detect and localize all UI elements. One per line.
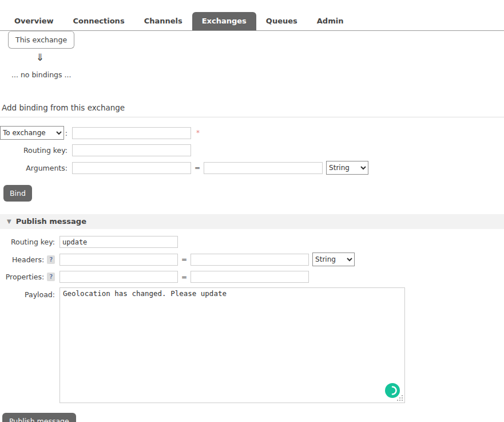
publish-header-type-select[interactable]: String <box>312 253 355 266</box>
binding-argument-value-input[interactable] <box>204 162 323 174</box>
collapse-triangle-icon[interactable]: ▼ <box>7 218 11 224</box>
publish-section-title: Publish message <box>16 217 86 226</box>
properties-help-icon[interactable]: ? <box>47 273 55 281</box>
tab-admin[interactable]: Admin <box>307 12 354 30</box>
publish-header-value-input[interactable] <box>191 254 309 266</box>
main-tab-bar: Overview Connections Channels Exchanges … <box>0 0 504 31</box>
binding-destination-type-select[interactable]: To exchange <box>0 126 64 140</box>
binding-argument-key-input[interactable] <box>72 162 191 174</box>
publish-property-key-input[interactable] <box>59 271 178 283</box>
publish-properties-label-cell: Properties: ? <box>0 273 59 281</box>
binding-routing-key-label: Routing key: <box>0 146 72 155</box>
publish-payload-row: Payload: Geolocation has changed. Please… <box>0 287 504 403</box>
binding-routing-key-row: Routing key: <box>0 144 504 156</box>
grammarly-icon[interactable] <box>385 383 400 398</box>
publish-properties-row: Properties: ? = <box>0 271 504 283</box>
binding-destination-input[interactable] <box>72 127 191 139</box>
grammarly-arc-icon <box>385 383 400 398</box>
payload-textarea-wrapper: Geolocation has changed. Please update <box>59 287 405 403</box>
tab-channels[interactable]: Channels <box>134 12 192 30</box>
publish-property-value-input[interactable] <box>191 271 309 283</box>
colon-separator: : <box>65 129 68 137</box>
equals-sign: = <box>181 273 187 281</box>
required-marker: * <box>196 129 200 137</box>
textarea-resize-handle[interactable] <box>402 400 403 401</box>
publish-message-button[interactable]: Publish message <box>2 413 76 422</box>
publish-payload-label: Payload: <box>0 287 59 299</box>
binding-argument-type-select[interactable]: String <box>326 161 368 175</box>
tab-exchanges[interactable]: Exchanges <box>192 12 256 30</box>
equals-sign: = <box>195 164 200 172</box>
equals-sign: = <box>181 255 187 263</box>
publish-routing-key-input[interactable] <box>59 236 178 248</box>
publish-properties-label: Properties: <box>6 273 44 281</box>
no-bindings-text: ... no bindings ... <box>11 70 504 79</box>
binding-arguments-label: Arguments: <box>0 164 72 172</box>
publish-headers-label-cell: Headers: ? <box>0 255 59 264</box>
publish-message-form: Routing key: Headers: ? = String Propert… <box>0 236 504 422</box>
binding-arguments-row: Arguments: = String <box>0 161 504 175</box>
tab-overview[interactable]: Overview <box>5 12 64 30</box>
publish-headers-row: Headers: ? = String <box>0 253 504 266</box>
publish-routing-key-row: Routing key: <box>0 236 504 248</box>
add-binding-section-title: Add binding from this exchange <box>2 103 504 112</box>
tab-queues[interactable]: Queues <box>256 12 307 30</box>
binding-arrow-icon: ⇓ <box>8 52 72 63</box>
add-binding-form: To exchange : * Routing key: Arguments: … <box>0 126 504 202</box>
binding-routing-key-input[interactable] <box>72 144 191 156</box>
publish-routing-key-label: Routing key: <box>0 238 59 246</box>
publish-payload-textarea[interactable]: Geolocation has changed. Please update <box>59 287 405 403</box>
binding-destination-label-cell: To exchange : <box>0 126 72 140</box>
this-exchange-node: This exchange <box>8 31 74 49</box>
tab-connections[interactable]: Connections <box>64 12 134 30</box>
publish-message-section-header[interactable]: ▼ Publish message <box>0 214 504 229</box>
publish-headers-label: Headers: <box>12 255 44 264</box>
section-divider <box>0 117 504 117</box>
headers-help-icon[interactable]: ? <box>47 255 55 264</box>
publish-header-key-input[interactable] <box>59 254 178 266</box>
binding-destination-row: To exchange : * <box>0 126 504 140</box>
bind-button[interactable]: Bind <box>3 185 32 202</box>
